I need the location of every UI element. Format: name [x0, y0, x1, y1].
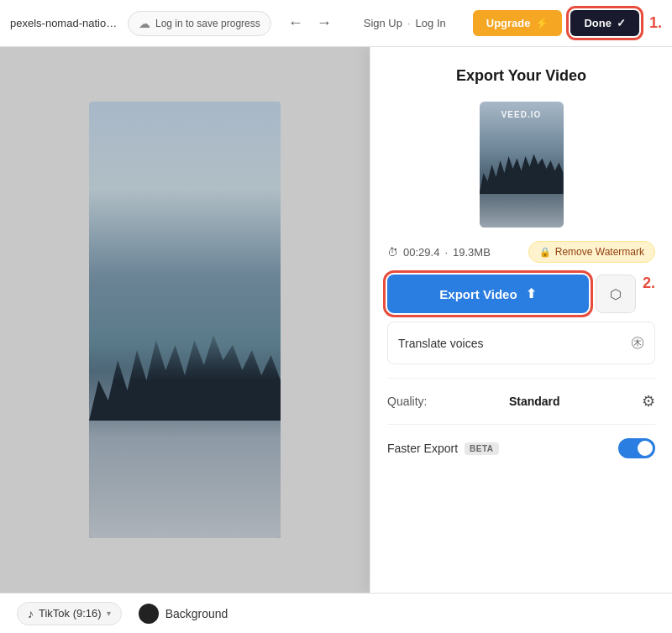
step-2-label: 2. [643, 275, 655, 313]
signup-link[interactable]: Sign Up [364, 17, 402, 29]
translate-row[interactable]: Translate voices ㊍ [387, 322, 655, 364]
faster-export-toggle[interactable] [618, 438, 655, 458]
background-button[interactable]: Background [132, 599, 235, 628]
export-video-label: Export Video [439, 287, 517, 301]
video-canvas [0, 47, 370, 593]
export-video-btn-wrap: Export Video ⬆ ⬡ 2. [387, 275, 655, 313]
background-label: Background [165, 607, 228, 620]
tiktok-format-button[interactable]: ♪ TikTok (9:16) ▾ [17, 602, 122, 625]
export-meta-left: ⏱ 00:29.4 · 19.3MB [387, 246, 491, 259]
upload-icon: ⬆ [526, 286, 537, 301]
remove-watermark-label: Remove Watermark [555, 246, 644, 258]
lightning-icon: ⚡ [535, 17, 549, 29]
faster-export-left: Faster Export BETA [387, 442, 499, 455]
cloud-icon: ☁ [139, 17, 150, 30]
bottom-bar: ♪ TikTok (9:16) ▾ Background [0, 593, 672, 633]
beta-badge: BETA [465, 442, 498, 455]
quality-label: Quality: [387, 395, 427, 408]
done-button[interactable]: Done ✓ [570, 10, 639, 36]
save-progress-label: Log in to save progress [155, 18, 260, 29]
export-meta: ⏱ 00:29.4 · 19.3MB 🔒 Remove Watermark [387, 241, 655, 263]
upgrade-label: Upgrade [486, 17, 531, 29]
tiktok-label: TikTok (9:16) [39, 607, 102, 620]
quality-row: Quality: Standard ⚙ [387, 392, 655, 411]
faster-export-label: Faster Export [387, 442, 458, 455]
quality-value: Standard [509, 395, 560, 408]
undo-button[interactable]: ← [283, 13, 308, 34]
topbar: pexels-nomad-nation-... ☁ Log in to save… [0, 0, 672, 47]
tiktok-icon: ♪ [28, 607, 34, 620]
separator: · [407, 17, 411, 29]
main-area: Export Your Video VEED.IO ⏱ 00:29.4 · 19… [0, 47, 672, 593]
meta-separator: · [444, 246, 448, 259]
export-panel: Export Your Video VEED.IO ⏱ 00:29.4 · 19… [370, 47, 672, 593]
meta-duration: 00:29.4 [403, 246, 439, 259]
export-title: Export Your Video [387, 67, 655, 85]
faster-export-row: Faster Export BETA [387, 438, 655, 458]
meta-size: 19.3MB [453, 246, 491, 259]
video-preview [89, 102, 281, 538]
translate-icon: ㊍ [631, 334, 644, 352]
share-icon: ⬡ [610, 286, 622, 302]
redo-button[interactable]: → [312, 13, 337, 34]
watermark-text: VEED.IO [480, 110, 564, 119]
background-color-swatch [139, 604, 159, 624]
thumb-trees [480, 152, 564, 194]
export-video-button[interactable]: Export Video ⬆ [387, 275, 589, 313]
translate-label: Translate voices [398, 337, 483, 350]
login-link[interactable]: Log In [416, 17, 446, 29]
upgrade-button[interactable]: Upgrade ⚡ [473, 10, 563, 36]
filename-label: pexels-nomad-nation-... [10, 17, 119, 29]
remove-watermark-button[interactable]: 🔒 Remove Watermark [528, 241, 655, 263]
quality-gear-button[interactable]: ⚙ [642, 392, 655, 411]
divider-2 [387, 424, 655, 425]
step-1-label: 1. [649, 14, 662, 32]
save-progress-button[interactable]: ☁ Log in to save progress [128, 11, 271, 36]
clock-icon: ⏱ [387, 246, 398, 259]
done-label: Done [584, 17, 612, 29]
checkmark-icon: ✓ [617, 17, 626, 29]
export-thumbnail-wrap: VEED.IO [387, 102, 655, 228]
nav-arrows: ← → [283, 13, 337, 34]
lock-icon: 🔒 [539, 247, 551, 258]
share-button[interactable]: ⬡ [596, 275, 636, 313]
chevron-down-icon: ▾ [107, 609, 111, 618]
topbar-center: Sign Up · Log In [345, 17, 465, 29]
gear-icon: ⚙ [642, 393, 655, 410]
export-thumbnail: VEED.IO [480, 102, 564, 228]
divider-1 [387, 378, 655, 379]
